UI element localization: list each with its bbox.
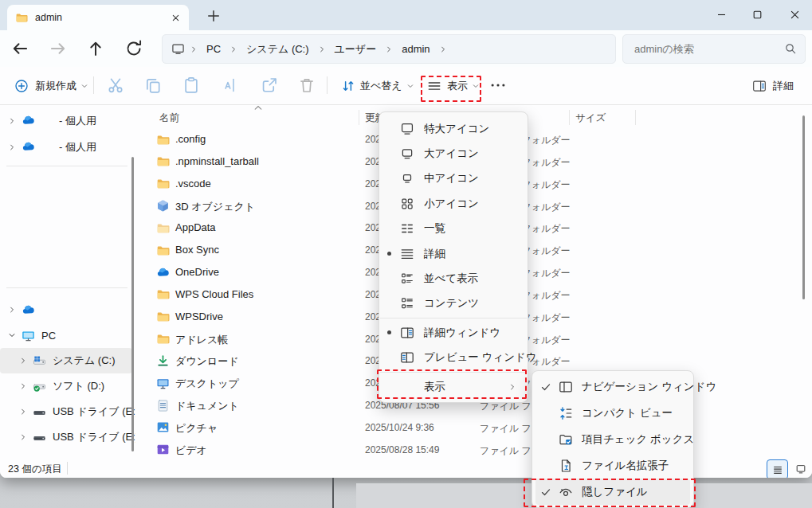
new-button[interactable]: 新規作成 [10,73,93,98]
share-button[interactable] [261,76,278,94]
item-count: 23 個の項目 [8,463,62,476]
view-submenu-item[interactable]: ナビゲーション ウィンドウ [535,373,690,400]
sidebar-item-label: PC [41,330,56,342]
view-menu-item[interactable]: コンテンツ [382,291,524,316]
column-divider[interactable] [359,110,359,125]
rename-button[interactable] [221,76,238,94]
forward-button[interactable] [49,39,68,58]
sort-button-label: 並べ替え [360,79,402,93]
maximize-button[interactable] [746,4,768,25]
download-icon [156,354,170,368]
cut-button[interactable] [107,76,124,94]
sidebar-item--[interactable]: - 個人用 [0,107,132,134]
onedrive-icon [156,266,170,279]
file-name: ダウンロード [175,354,239,369]
more-options-button[interactable] [489,76,507,94]
sidebar-item-usb-e-[interactable]: USB ドライブ (E:) [0,399,132,424]
view-menu-item[interactable]: 並べて表示 [382,266,524,291]
view-menu-item[interactable]: 詳細ウィンドウ [382,320,524,345]
column-divider[interactable] [635,110,636,125]
file-list-scrollbar[interactable] [802,115,805,299]
breadcrumb-chevron-icon [225,45,242,53]
view-button[interactable]: 表示 [423,73,484,98]
menu-item-label: 大アイコン [424,147,479,161]
file-row[interactable]: ビデオ2025/08/28 15:49ファイル フォルダー [135,439,812,461]
paste-button[interactable] [182,76,200,94]
minimize-button[interactable] [710,4,732,25]
sidebar-item[interactable] [0,297,132,322]
drive-usb-icon [33,431,46,444]
view-menu-item[interactable]: 詳細 [382,241,524,266]
view-menu-item[interactable]: 中アイコン [382,166,524,191]
refresh-button[interactable] [124,39,143,58]
back-button[interactable] [10,39,29,58]
chevron-down-icon[interactable] [6,331,18,339]
submenu-item-label: 隠しファイル [582,485,648,499]
navigation-pane: - 個人用- 個人用 PCシステム (C:)ソフト (D:)USB ドライブ (… [0,105,135,459]
chevron-right-icon[interactable] [6,306,18,314]
view-submenu-item[interactable]: 隠しファイル [535,479,690,505]
view-menu-item[interactable]: 表示 [382,374,524,399]
cloud-icon [22,140,35,154]
breadcrumb-item[interactable]: PC [202,43,225,55]
view-menu-item[interactable]: プレビュー ウィンドウ [382,346,524,370]
toolbar-divider [327,76,328,94]
sort-button[interactable]: 並べ替え [336,73,419,98]
details-pane-label: 詳細 [773,79,794,93]
chevron-down-icon [472,82,480,90]
view-menu-item[interactable]: 大アイコン [382,141,524,166]
copy-button[interactable] [144,76,162,94]
delete-button[interactable] [298,76,316,94]
file-row[interactable]: ピクチャ2025/10/24 9:36ファイル フォルダー [135,416,812,439]
explorer-tab[interactable]: admin [7,5,189,30]
sidebar-item--[interactable]: - 個人用 [0,134,132,160]
breadcrumb-item[interactable]: admin [398,43,433,55]
up-button[interactable] [86,39,105,58]
sidebar-scrollbar[interactable] [131,157,134,451]
sort-icon [341,79,355,93]
view-menu-item[interactable]: 小アイコン [382,191,524,216]
checkmark-icon [539,381,552,393]
chevron-right-icon[interactable] [6,117,18,125]
details-view-toggle[interactable] [767,459,788,478]
chevron-right-icon[interactable] [6,143,18,151]
chevron-right-icon[interactable] [18,408,29,416]
file-name: OneDrive [175,266,219,278]
file-name: Box Sync [175,244,219,256]
details-pane-button[interactable]: 詳細 [747,73,798,98]
title-bar: admin [0,0,812,30]
video-icon [156,443,170,456]
sidebar-item--c-[interactable]: システム (C:) [0,348,132,373]
tab-close-icon[interactable] [168,10,182,25]
file-name: .vscode [175,178,211,190]
view-submenu-item[interactable]: ファイル名拡張子 [535,452,690,479]
close-button[interactable] [783,4,806,25]
address-bar[interactable]: PCシステム (C:)ユーザーadmin [162,34,616,64]
sidebar-item-label: - 個人用 [59,140,96,154]
column-divider[interactable] [569,110,570,125]
column-header-name[interactable]: 名前 [159,111,179,125]
search-input[interactable] [633,35,775,63]
view-menu-item[interactable]: 一覧 [382,217,524,241]
breadcrumb-item[interactable]: ユーザー [331,42,381,57]
view-menu-item[interactable]: 特大アイコン [382,116,524,141]
search-box[interactable] [622,34,806,64]
view-menu: 特大アイコン大アイコン中アイコン小アイコン一覧詳細並べて表示コンテンツ詳細ウィン… [379,111,528,403]
view-submenu-item[interactable]: 項目チェック ボックス [535,426,690,452]
chevron-right-icon[interactable] [18,357,29,365]
chevron-right-icon[interactable] [18,382,29,390]
sidebar-item-usb-e-[interactable]: USB ドライブ (E:) [0,424,132,450]
sidebar-item-pc[interactable]: PC [0,322,132,348]
large-icons-view-toggle[interactable] [790,459,810,478]
status-divider [67,462,68,475]
menu-item-label: 並べて表示 [424,272,478,286]
view-submenu-item[interactable]: コンパクト ビュー [535,400,690,426]
sidebar-item--d-[interactable]: ソフト (D:) [0,373,132,399]
sidebar-item-label: - 個人用 [59,114,96,128]
breadcrumb-item[interactable]: システム (C:) [242,42,313,57]
chevron-right-icon[interactable] [18,433,29,441]
new-tab-button[interactable] [206,8,222,24]
file-name: ビデオ [175,444,207,458]
folder-icon [156,244,170,257]
column-header-size[interactable]: サイズ [575,111,606,125]
